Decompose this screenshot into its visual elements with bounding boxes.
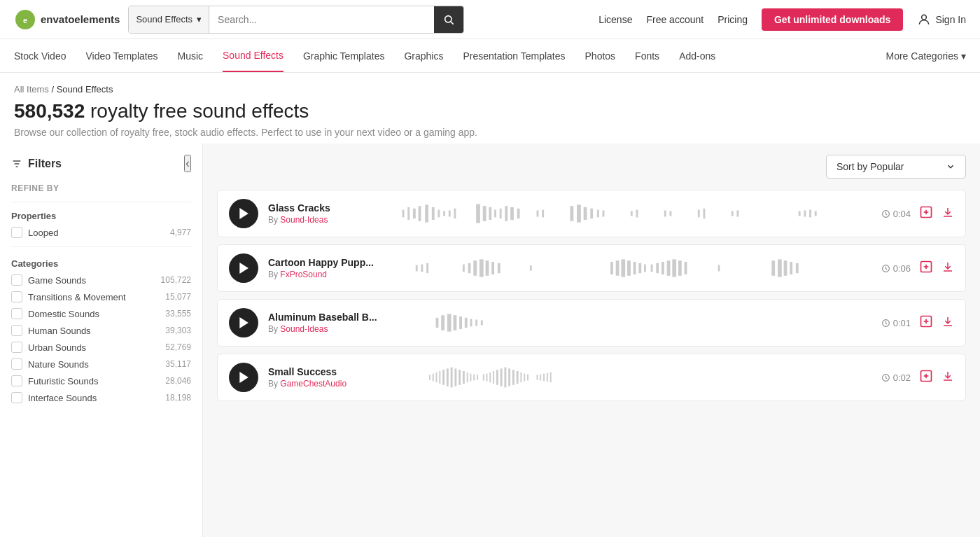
game-sounds-count: 105,722 xyxy=(161,275,191,285)
sound-item-4: Small Success By GameChestAudio xyxy=(217,354,966,401)
add-icon-1 xyxy=(919,205,933,219)
transitions-checkbox[interactable] xyxy=(11,291,22,302)
nav-fonts[interactable]: Fonts xyxy=(635,41,659,71)
looped-label[interactable]: Looped xyxy=(28,228,58,238)
svg-rect-64 xyxy=(610,262,613,274)
game-sounds-checkbox[interactable] xyxy=(11,274,22,286)
duration-2: 0:06 xyxy=(881,263,911,274)
add-to-collection-button-1[interactable] xyxy=(919,205,933,223)
interface-count: 18,198 xyxy=(165,393,191,403)
logo[interactable]: e envatoelements xyxy=(14,8,120,31)
nav-stock-video[interactable]: Stock Video xyxy=(14,41,66,71)
domestic-count: 33,555 xyxy=(165,309,191,319)
clock-icon-3 xyxy=(881,319,890,328)
svg-rect-130 xyxy=(524,374,525,382)
sound-meta-1: 0:04 xyxy=(881,205,954,223)
nav-presentation-templates[interactable]: Presentation Templates xyxy=(463,41,565,71)
search-bar: Sound Effects ▾ xyxy=(128,6,464,34)
svg-rect-108 xyxy=(439,371,440,384)
svg-rect-68 xyxy=(634,262,636,274)
nav-graphics[interactable]: Graphics xyxy=(404,41,443,71)
svg-rect-82 xyxy=(790,262,792,274)
domestic-checkbox[interactable] xyxy=(11,308,22,319)
nav-graphic-templates[interactable]: Graphic Templates xyxy=(303,41,384,71)
add-to-collection-button-4[interactable] xyxy=(919,369,933,386)
sound-author-link-3[interactable]: Sound-Ideas xyxy=(280,324,328,334)
svg-marker-104 xyxy=(239,372,248,383)
sign-in-button[interactable]: Sign In xyxy=(917,13,966,27)
download-button-2[interactable] xyxy=(941,260,954,277)
category-filters-list: Game Sounds 105,722 Transitions & Moveme… xyxy=(11,274,191,403)
download-button-1[interactable] xyxy=(941,206,954,222)
svg-rect-22 xyxy=(494,210,496,218)
add-icon-4 xyxy=(919,369,933,383)
nav-sound-effects[interactable]: Sound Effects xyxy=(223,40,284,72)
nav-add-ons[interactable]: Add-ons xyxy=(679,41,715,71)
svg-rect-106 xyxy=(433,374,434,382)
search-input[interactable] xyxy=(209,6,434,33)
breadcrumb-separator: / xyxy=(51,84,56,95)
svg-rect-70 xyxy=(644,265,646,272)
looped-checkbox[interactable] xyxy=(11,227,22,238)
svg-rect-72 xyxy=(656,263,659,273)
svg-rect-124 xyxy=(500,368,503,386)
futuristic-checkbox[interactable] xyxy=(11,375,22,386)
play-button-4[interactable] xyxy=(229,363,258,392)
svg-rect-120 xyxy=(486,374,488,382)
nav-music[interactable]: Music xyxy=(177,41,203,71)
category-urban: Urban Sounds 52,769 xyxy=(11,342,191,353)
svg-rect-32 xyxy=(590,209,593,218)
svg-rect-45 xyxy=(809,210,811,218)
svg-marker-89 xyxy=(239,317,248,328)
play-button-3[interactable] xyxy=(229,308,258,337)
sound-author-link-4[interactable]: GameChestAudio xyxy=(280,379,346,389)
urban-checkbox[interactable] xyxy=(11,342,22,353)
nav-video-templates[interactable]: Video Templates xyxy=(85,41,158,71)
svg-rect-119 xyxy=(483,375,484,381)
download-icon-4 xyxy=(941,370,954,382)
nav-photos[interactable]: Photos xyxy=(585,41,616,71)
svg-rect-59 xyxy=(479,259,484,277)
transitions-label[interactable]: Transitions & Movement xyxy=(28,292,126,302)
pricing-link[interactable]: Pricing xyxy=(718,14,748,25)
license-link[interactable]: License xyxy=(598,14,632,25)
download-button-3[interactable] xyxy=(941,315,954,331)
play-button-2[interactable] xyxy=(229,253,258,283)
svg-rect-76 xyxy=(678,260,682,276)
human-label[interactable]: Human Sounds xyxy=(28,326,91,336)
page-title-count: 580,532 xyxy=(14,100,85,122)
urban-label[interactable]: Urban Sounds xyxy=(28,342,86,353)
nature-checkbox[interactable] xyxy=(11,358,22,370)
sound-author-link-1[interactable]: Sound-Ideas xyxy=(280,215,328,225)
download-button-4[interactable] xyxy=(941,370,954,386)
add-to-collection-button-3[interactable] xyxy=(919,314,933,332)
sound-meta-2: 0:06 xyxy=(881,260,954,277)
free-account-link[interactable]: Free account xyxy=(646,14,704,25)
nature-label[interactable]: Nature Sounds xyxy=(28,359,89,370)
interface-checkbox[interactable] xyxy=(11,392,22,403)
filter-icon xyxy=(11,158,22,169)
search-category-dropdown[interactable]: Sound Effects ▾ xyxy=(129,6,209,33)
svg-text:e: e xyxy=(23,16,27,25)
get-unlimited-button[interactable]: Get unlimited downloads xyxy=(762,8,903,31)
breadcrumb-all-items[interactable]: All Items xyxy=(14,84,49,95)
interface-label[interactable]: Interface Sounds xyxy=(28,393,97,403)
futuristic-label[interactable]: Futuristic Sounds xyxy=(28,376,98,386)
svg-rect-66 xyxy=(621,259,625,277)
svg-rect-132 xyxy=(537,375,538,379)
svg-rect-35 xyxy=(631,211,633,216)
svg-rect-110 xyxy=(447,368,449,386)
domestic-label[interactable]: Domestic Sounds xyxy=(28,309,99,319)
more-categories-button[interactable]: More Categories ▾ xyxy=(886,50,967,62)
collapse-sidebar-button[interactable]: ‹ xyxy=(184,155,191,172)
sort-dropdown[interactable]: Sort by Popular xyxy=(826,155,966,179)
sound-item-3: Aluminum Baseball B... By Sound-Ideas xyxy=(217,299,966,347)
search-button[interactable] xyxy=(434,6,463,33)
human-checkbox[interactable] xyxy=(11,325,22,336)
play-button-1[interactable] xyxy=(229,199,258,228)
svg-rect-115 xyxy=(467,372,468,382)
add-to-collection-button-2[interactable] xyxy=(919,260,933,277)
sound-author-link-2[interactable]: FxProSound xyxy=(280,270,327,279)
game-sounds-label[interactable]: Game Sounds xyxy=(28,275,86,286)
duration-4: 0:02 xyxy=(881,372,911,383)
